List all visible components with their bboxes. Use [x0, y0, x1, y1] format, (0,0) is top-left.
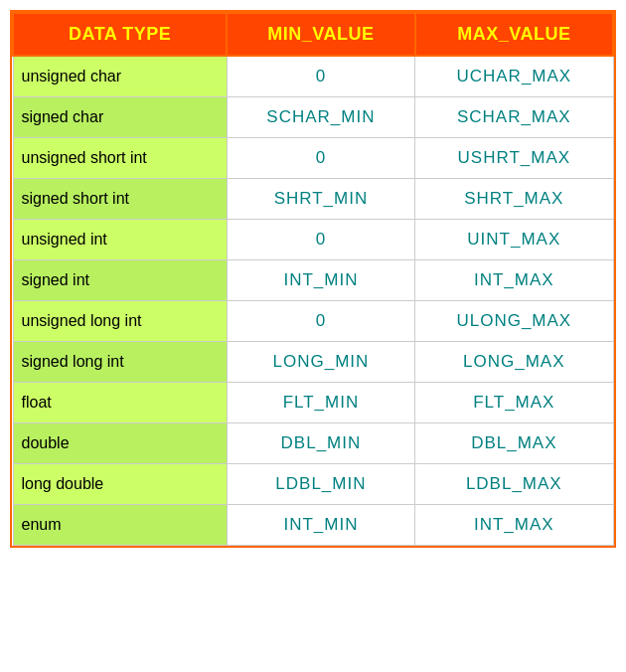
- cell-minvalue: LDBL_MIN: [227, 464, 414, 505]
- cell-datatype: signed char: [13, 97, 227, 138]
- cell-maxvalue: LONG_MAX: [415, 342, 613, 383]
- header-datatype: DATA TYPE: [13, 13, 227, 56]
- cell-datatype: double: [13, 423, 227, 464]
- cell-minvalue: INT_MIN: [227, 260, 414, 301]
- cell-datatype: unsigned short int: [13, 138, 227, 179]
- table-row: enumINT_MININT_MAX: [13, 505, 613, 546]
- cell-datatype: float: [13, 383, 227, 423]
- cell-minvalue: SHRT_MIN: [227, 179, 414, 220]
- cell-minvalue: 0: [227, 301, 414, 342]
- cell-minvalue: 0: [227, 220, 414, 260]
- table-row: signed long intLONG_MINLONG_MAX: [13, 342, 613, 383]
- cell-datatype: signed short int: [13, 179, 227, 220]
- table-row: unsigned char0UCHAR_MAX: [13, 56, 613, 97]
- cell-maxvalue: FLT_MAX: [415, 383, 613, 423]
- table-row: unsigned long int0ULONG_MAX: [13, 301, 613, 342]
- table-row: unsigned int0UINT_MAX: [13, 220, 613, 260]
- cell-maxvalue: USHRT_MAX: [415, 138, 613, 179]
- table-row: signed charSCHAR_MINSCHAR_MAX: [13, 97, 613, 138]
- cell-maxvalue: LDBL_MAX: [415, 464, 613, 505]
- cell-datatype: signed long int: [13, 342, 227, 383]
- data-types-table: DATA TYPE MIN_VALUE MAX_VALUE unsigned c…: [10, 10, 616, 548]
- table-row: signed intINT_MININT_MAX: [13, 260, 613, 301]
- cell-minvalue: LONG_MIN: [227, 342, 414, 383]
- cell-maxvalue: INT_MAX: [415, 260, 613, 301]
- cell-datatype: long double: [13, 464, 227, 505]
- cell-datatype: enum: [13, 505, 227, 546]
- cell-maxvalue: DBL_MAX: [415, 423, 613, 464]
- table-header-row: DATA TYPE MIN_VALUE MAX_VALUE: [13, 13, 613, 56]
- cell-maxvalue: UCHAR_MAX: [415, 56, 613, 97]
- table-row: doubleDBL_MINDBL_MAX: [13, 423, 613, 464]
- header-minvalue: MIN_VALUE: [227, 13, 414, 56]
- cell-datatype: unsigned int: [13, 220, 227, 260]
- table-row: long doubleLDBL_MINLDBL_MAX: [13, 464, 613, 505]
- cell-datatype: unsigned char: [13, 56, 227, 97]
- header-maxvalue: MAX_VALUE: [415, 13, 613, 56]
- cell-minvalue: 0: [227, 56, 414, 97]
- cell-maxvalue: SCHAR_MAX: [415, 97, 613, 138]
- table-row: signed short intSHRT_MINSHRT_MAX: [13, 179, 613, 220]
- cell-minvalue: 0: [227, 138, 414, 179]
- cell-maxvalue: SHRT_MAX: [415, 179, 613, 220]
- table-row: unsigned short int0USHRT_MAX: [13, 138, 613, 179]
- cell-minvalue: SCHAR_MIN: [227, 97, 414, 138]
- cell-minvalue: FLT_MIN: [227, 383, 414, 423]
- cell-datatype: signed int: [13, 260, 227, 301]
- cell-minvalue: INT_MIN: [227, 505, 414, 546]
- cell-minvalue: DBL_MIN: [227, 423, 414, 464]
- cell-maxvalue: INT_MAX: [415, 505, 613, 546]
- cell-datatype: unsigned long int: [13, 301, 227, 342]
- cell-maxvalue: UINT_MAX: [415, 220, 613, 260]
- table-row: floatFLT_MINFLT_MAX: [13, 383, 613, 423]
- cell-maxvalue: ULONG_MAX: [415, 301, 613, 342]
